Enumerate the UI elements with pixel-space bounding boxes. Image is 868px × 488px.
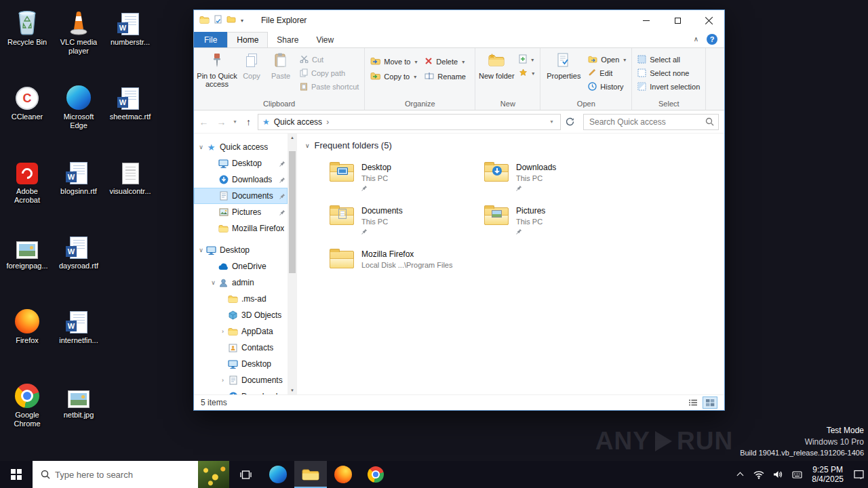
chevron-down-icon[interactable]: ∨ — [197, 247, 205, 253]
nav-item-3d-objects[interactable]: 3D Objects — [194, 307, 288, 323]
nav-item-downloads-pinned[interactable]: Downloads — [194, 171, 288, 188]
copy-to-button[interactable]: Copy to▾ — [367, 70, 421, 83]
desktop-icon-ccleaner[interactable]: C CCleaner — [1, 79, 53, 153]
tray-volume-button[interactable] — [768, 461, 787, 488]
pin-to-quick-access-button[interactable]: Pin to Quick access — [196, 49, 238, 100]
desktop-icon-foreignpag[interactable]: foreignpag... — [1, 228, 53, 302]
scroll-up-icon[interactable]: ▲ — [290, 136, 294, 140]
desktop-icon-sheetmac[interactable]: W sheetmac.rtf — [104, 79, 156, 153]
desktop-icon-blogsinn[interactable]: W blogsinn.rtf — [53, 153, 104, 228]
explorer-search-box[interactable] — [583, 114, 719, 130]
open-button[interactable]: Open▾ — [585, 53, 629, 66]
nav-item-documents-user[interactable]: › Documents — [194, 372, 288, 388]
nav-item-desktop-tree[interactable]: ∨ Desktop — [194, 242, 288, 258]
thumbnails-view-button[interactable] — [703, 396, 717, 409]
rename-button[interactable]: Rename — [421, 70, 473, 83]
delete-button[interactable]: Delete▾ — [421, 55, 473, 68]
desktop-icon-daysroad[interactable]: W daysroad.rtf — [53, 228, 104, 302]
start-button[interactable] — [0, 461, 33, 488]
properties-button[interactable]: Properties — [542, 49, 585, 100]
copy-button[interactable]: Copy — [238, 49, 265, 100]
paste-button[interactable]: Paste — [265, 49, 296, 100]
minimize-button[interactable] — [631, 10, 662, 30]
task-view-button[interactable] — [229, 461, 262, 488]
copy-path-button[interactable]: Copy path — [296, 66, 362, 80]
desktop-icon-vlc[interactable]: VLC media player — [53, 4, 104, 79]
desktop-icon-internetfin[interactable]: W internetfin... — [53, 302, 104, 377]
nav-scrollbar[interactable]: ▲ ▼ — [288, 134, 297, 394]
close-button[interactable] — [693, 10, 724, 30]
action-center-button[interactable] — [849, 461, 868, 488]
taskbar-clock[interactable]: 9:25 PM 8/4/2025 — [806, 465, 849, 484]
select-all-button[interactable]: Select all — [634, 53, 703, 66]
new-folder-button[interactable]: New folder — [477, 49, 515, 100]
taskbar-firefox-button[interactable] — [327, 461, 359, 488]
scrollbar-thumb[interactable] — [289, 151, 296, 273]
address-box[interactable]: ★ Quick access › ▾ — [258, 114, 561, 130]
chevron-down-icon[interactable]: ∨ — [197, 144, 205, 150]
history-button[interactable]: History — [585, 80, 629, 94]
details-view-button[interactable] — [686, 396, 701, 409]
cut-button[interactable]: Cut — [296, 53, 362, 66]
nav-item-desktop-user[interactable]: Desktop — [194, 356, 288, 372]
taskbar-chrome-button[interactable] — [359, 461, 392, 488]
breadcrumb[interactable]: Quick access — [274, 117, 322, 127]
edit-button[interactable]: Edit — [585, 66, 629, 80]
tray-keyboard-button[interactable] — [787, 461, 806, 488]
nav-item-appdata[interactable]: › AppData — [194, 323, 288, 340]
forward-button[interactable]: → — [213, 113, 230, 131]
nav-item-desktop-pinned[interactable]: Desktop — [194, 155, 288, 171]
taskbar-edge-button[interactable] — [262, 461, 294, 488]
taskbar-search-input[interactable] — [55, 470, 198, 480]
collapse-ribbon-button[interactable]: ∧ — [694, 35, 698, 43]
nav-item-downloads-user[interactable]: › Downloads — [194, 388, 288, 394]
select-none-button[interactable]: Select none — [634, 66, 703, 80]
explorer-search-input[interactable] — [584, 117, 705, 127]
up-button[interactable]: ↑ — [240, 113, 257, 131]
nav-item-quick-access[interactable]: ∨ ★ Quick access — [194, 139, 288, 155]
recent-locations-caret[interactable]: ▾ — [231, 119, 239, 125]
desktop-icon-chrome[interactable]: Google Chrome — [1, 377, 53, 451]
nav-item-ms-ad[interactable]: .ms-ad — [194, 291, 288, 307]
chevron-down-icon[interactable]: ∨ — [209, 279, 218, 286]
nav-item-mozilla-firefox[interactable]: Mozilla Firefox — [194, 220, 288, 237]
nav-item-contacts[interactable]: Contacts — [194, 340, 288, 356]
desktop-icon-firefox[interactable]: Firefox — [1, 302, 53, 377]
desktop-icon-acrobat[interactable]: Adobe Acrobat — [1, 153, 53, 228]
qat-properties-icon[interactable] — [214, 15, 222, 26]
tab-home[interactable]: Home — [227, 32, 268, 47]
help-button[interactable]: ? — [707, 34, 717, 45]
folder-tile-pictures[interactable]: Pictures This PC — [481, 201, 636, 244]
back-button[interactable]: ← — [195, 113, 212, 131]
desktop-icon-recycle-bin[interactable]: Recycle Bin — [1, 4, 53, 79]
nav-item-documents-pinned[interactable]: Documents — [194, 188, 288, 204]
desktop-icon-numberstr[interactable]: W numberstr... — [104, 4, 156, 79]
move-to-button[interactable]: Move to▾ — [367, 55, 421, 68]
scroll-down-icon[interactable]: ▼ — [290, 388, 294, 392]
tray-expand-button[interactable] — [730, 461, 749, 488]
taskbar-search-box[interactable] — [33, 461, 229, 488]
invert-selection-button[interactable]: Invert selection — [634, 80, 703, 94]
folder-tile-documents[interactable]: Documents This PC — [327, 201, 481, 244]
folder-tile-downloads[interactable]: Downloads This PC — [481, 157, 636, 201]
chevron-right-icon[interactable]: › — [218, 377, 227, 384]
chevron-right-icon[interactable]: › — [218, 393, 227, 394]
tab-file[interactable]: File — [194, 32, 227, 47]
tab-share[interactable]: Share — [268, 32, 307, 47]
title-bar[interactable]: ▾ File Explorer — [194, 10, 724, 30]
nav-item-pictures-pinned[interactable]: Pictures — [194, 204, 288, 220]
search-highlight-image[interactable] — [198, 461, 229, 488]
nav-item-onedrive[interactable]: OneDrive — [194, 258, 288, 274]
desktop-icon-netbit[interactable]: netbit.jpg — [53, 377, 104, 451]
nav-item-admin[interactable]: ∨ admin — [194, 274, 288, 291]
chevron-right-icon[interactable]: › — [218, 328, 227, 335]
qat-dropdown-caret[interactable]: ▾ — [241, 18, 243, 24]
frequent-folders-header[interactable]: ∨ Frequent folders (5) — [305, 140, 724, 150]
chevron-down-icon[interactable]: ∨ — [305, 142, 310, 149]
new-item-button[interactable]: ▾ — [515, 53, 538, 66]
taskbar-file-explorer-button[interactable] — [294, 461, 327, 488]
desktop-icon-visualcontr[interactable]: visualcontr... — [104, 153, 156, 228]
address-dropdown-caret[interactable]: ▾ — [547, 119, 556, 125]
maximize-button[interactable] — [662, 10, 693, 30]
paste-shortcut-button[interactable]: Paste shortcut — [296, 80, 362, 94]
